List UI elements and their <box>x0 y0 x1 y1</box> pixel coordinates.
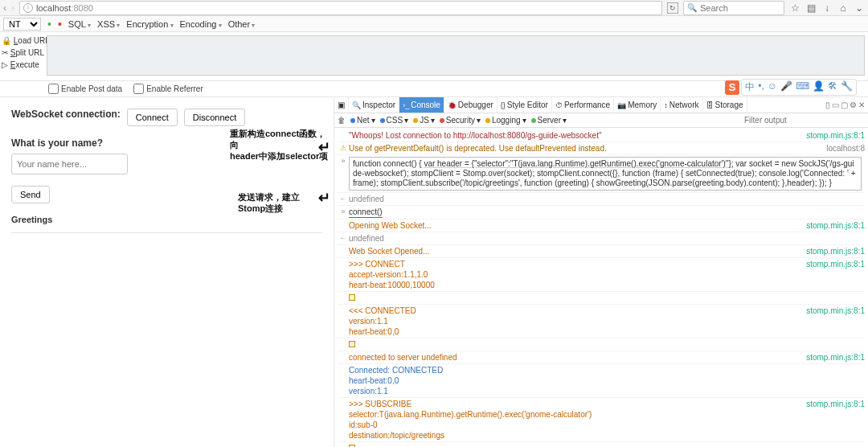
console-line: Web Socket Opened... <box>349 246 806 256</box>
arrow-annotation1-icon: ↵ <box>318 141 330 153</box>
ime-hammer-icon[interactable]: 🛠 <box>828 80 837 94</box>
connect-button[interactable]: Connect <box>127 109 178 126</box>
ime-icon-bar: 中 •, ☺ 🎤 ⌨ 👤 🛠 🔧 <box>741 79 857 96</box>
dock-bottom-icon[interactable]: ▭ <box>832 100 839 109</box>
filter-css[interactable]: CSS ▾ <box>380 116 409 125</box>
tab-memory[interactable]: 📷Memory <box>614 97 661 113</box>
ime-punct-icon[interactable]: •, <box>758 80 764 94</box>
ime-kbd-icon[interactable]: ⌨ <box>796 80 809 94</box>
split-url-action[interactable]: ✂ Split URL <box>2 47 42 59</box>
console-line: <<< CONNECTED version:1.1 heart-beat:0,0 <box>349 306 806 337</box>
download-icon[interactable]: ↓ <box>821 2 833 14</box>
console-line: Opening Web Socket... <box>349 220 806 231</box>
tab-inspector[interactable]: 🔍Inspector <box>349 97 399 113</box>
tab-network[interactable]: ↕Network <box>661 97 702 113</box>
tab-console[interactable]: ›_Console <box>399 97 444 113</box>
output-caret-icon: ← <box>338 194 349 204</box>
run-dot-icon[interactable]: • <box>47 20 51 28</box>
ime-wrench-icon[interactable]: 🔧 <box>841 80 853 94</box>
console-line: undefined <box>349 194 865 204</box>
sogou-logo-icon[interactable]: S <box>725 80 739 95</box>
devtools-panel: ▣ 🔍Inspector ›_Console 🐞Debugger {}Style… <box>334 97 868 447</box>
home-icon[interactable]: ⌂ <box>837 2 849 14</box>
devtools-right-icons: ▯ ▭ ▢ ⚙ ✕ <box>825 100 868 109</box>
forward-button[interactable]: › <box>11 2 14 14</box>
menu-encryption[interactable]: Encryption <box>126 19 173 29</box>
filter-output-input[interactable] <box>744 116 865 125</box>
warn-icon: ⚠ <box>338 143 349 154</box>
console-filter-bar: 🗑 Net ▾ CSS ▾ JS ▾ Security ▾ Logging ▾ … <box>334 113 868 128</box>
url-port: :8080 <box>71 3 93 13</box>
enable-referrer-check[interactable]: Enable Referrer <box>133 84 203 94</box>
console-line: undefined <box>349 233 865 244</box>
dock-window-icon[interactable]: ▢ <box>841 100 848 109</box>
bookmark-star-icon[interactable]: ☆ <box>789 2 800 14</box>
console-output[interactable]: "Whoops! Lost connection to http://local… <box>334 128 868 447</box>
console-line: >>> SUBSCRIBE selector:T(java.lang.Runti… <box>349 399 806 441</box>
encoding-select[interactable]: NT <box>3 18 41 31</box>
console-code-input: function connect() { var header = {"sele… <box>349 156 865 191</box>
filter-logging[interactable]: Logging ▾ <box>485 116 526 125</box>
menu-xss[interactable]: XSS <box>97 19 120 29</box>
dock-side-icon[interactable]: ▯ <box>825 100 830 109</box>
send-button[interactable]: Send <box>11 186 50 203</box>
tab-debugger[interactable]: 🐞Debugger <box>444 97 497 113</box>
console-badge <box>349 443 865 447</box>
console-line: connected to server undefined <box>349 352 806 363</box>
filter-server[interactable]: Server ▾ <box>531 116 567 125</box>
info-icon[interactable]: i <box>23 3 33 13</box>
menu-sql[interactable]: SQL <box>68 19 91 29</box>
enable-post-check[interactable]: Enable Post data <box>48 84 122 94</box>
console-badge <box>349 293 865 303</box>
arrow-annotation2-icon: ↵ <box>318 192 330 203</box>
ime-zh-icon[interactable]: 中 <box>745 80 755 94</box>
load-url-action[interactable]: 🔒 LLoad URLoad URL <box>2 35 42 47</box>
page-content: WebSocket connection: Connect Disconnect… <box>0 97 334 447</box>
browser-toolbar: ‹ › i localhost:8080 ↻ 🔍 ☆ ▤ ↓ ⌂ ⌄ <box>0 0 868 16</box>
ime-mic-icon[interactable]: 🎤 <box>780 80 792 94</box>
url-bar[interactable]: i localhost:8080 <box>19 1 662 15</box>
pocket-icon[interactable]: ⌄ <box>854 2 865 14</box>
output-caret-icon: ← <box>338 233 349 244</box>
ws-conn-label: WebSocket connection: <box>11 109 121 120</box>
tab-style-editor[interactable]: {}Style Editor <box>497 97 552 113</box>
name-input[interactable] <box>11 154 128 174</box>
annotation-send: 发送请求，建立 Stomp连接 <box>238 191 300 214</box>
devtools-box-icon[interactable]: ▣ <box>334 97 349 113</box>
console-badge <box>349 339 865 350</box>
input-caret-icon: » <box>338 156 349 166</box>
ime-user-icon[interactable]: 👤 <box>813 80 825 94</box>
hackbar-input-wrap <box>43 32 868 80</box>
console-line: Connected: CONNECTED heart-beat:0,0 vers… <box>349 365 865 396</box>
execute-action[interactable]: ▷ Execute <box>2 59 42 71</box>
hackbar-actions: 🔒 LLoad URLoad URL ✂ Split URL ▷ Execute <box>0 32 43 80</box>
settings-gear-icon[interactable]: ⚙ <box>850 100 857 109</box>
ime-widget[interactable]: S 中 •, ☺ 🎤 ⌨ 👤 🛠 🔧 <box>725 79 857 96</box>
filter-js[interactable]: JS ▾ <box>413 116 435 125</box>
close-devtools-icon[interactable]: ✕ <box>858 100 865 109</box>
console-line: "Whoops! Lost connection to http://local… <box>349 130 806 141</box>
hackbar-textarea[interactable] <box>47 35 865 76</box>
disconnect-button[interactable]: Disconnect <box>184 109 245 126</box>
filter-security[interactable]: Security ▾ <box>440 116 481 125</box>
url-host: localhost <box>36 3 71 13</box>
hackbar-menu: NT • • SQL XSS Encryption Encoding Other <box>0 16 868 32</box>
input-caret-icon: » <box>338 207 349 217</box>
reload-button[interactable]: ↻ <box>667 2 678 14</box>
filter-net[interactable]: Net ▾ <box>350 116 375 125</box>
ime-face-icon[interactable]: ☺ <box>768 80 777 94</box>
menu-other[interactable]: Other <box>228 19 256 29</box>
tab-storage[interactable]: 🗄Storage <box>703 97 747 113</box>
back-button[interactable]: ‹ <box>3 2 6 14</box>
search-input[interactable] <box>700 3 780 13</box>
devtools-tabs: ▣ 🔍Inspector ›_Console 🐞Debugger {}Style… <box>334 97 868 113</box>
console-line: connect() <box>349 207 865 218</box>
greetings-heading: Greetings <box>11 215 322 233</box>
search-icon: 🔍 <box>687 3 697 12</box>
library-icon[interactable]: ▤ <box>805 2 817 14</box>
tab-performance[interactable]: ⏱Performance <box>552 97 614 113</box>
search-box[interactable]: 🔍 <box>683 1 784 15</box>
menu-encoding[interactable]: Encoding <box>180 19 222 29</box>
clear-console-icon[interactable]: 🗑 <box>338 116 346 125</box>
stop-dot-icon[interactable]: • <box>58 20 62 28</box>
